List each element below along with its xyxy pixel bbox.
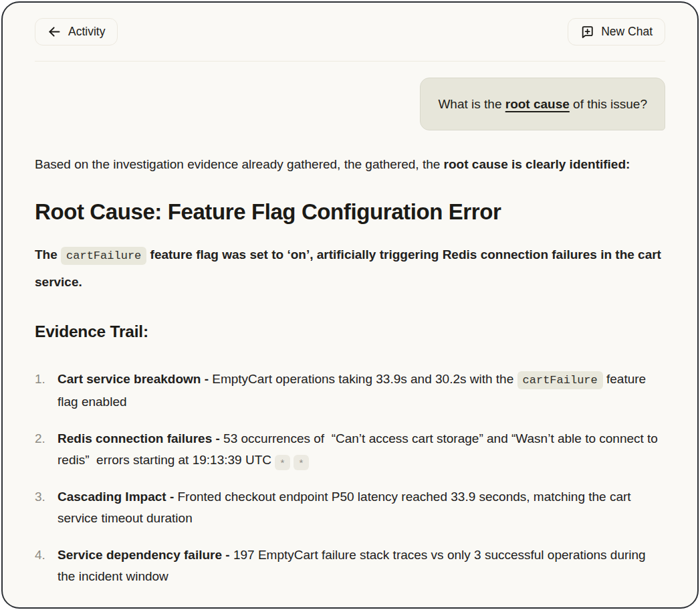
list-item-cascading-impact: 3. Cascading Impact - Fronted checkout e…	[35, 486, 665, 528]
citation-chip[interactable]: *	[275, 455, 290, 470]
list-item-body: Cascading Impact - Fronted checkout endp…	[57, 486, 665, 528]
activity-back-label: Activity	[68, 25, 105, 39]
user-message-emphasis: root cause	[505, 97, 570, 111]
cart-failure-code-chip: cartFailure	[517, 371, 603, 389]
user-message-bubble: What is the root cause of this issue?	[420, 78, 665, 130]
list-item-lead: Service dependency failure -	[57, 548, 230, 562]
user-message-prefix: What is the	[438, 97, 505, 111]
list-item-number: 4.	[35, 544, 57, 587]
list-item-lead: Cascading Impact -	[57, 490, 174, 504]
intro-bold-text: root cause is clearly identified:	[444, 157, 630, 171]
list-item-body: Redis connection failures - 53 occurrenc…	[57, 428, 665, 470]
assistant-message: Based on the investigation evidence alre…	[3, 151, 697, 587]
activity-back-button[interactable]: Activity	[35, 18, 118, 45]
citation-chip[interactable]: *	[294, 455, 309, 470]
summary-pre-text: The	[35, 247, 61, 262]
list-item-service-dependency-failure: 4. Service dependency failure - 197 Empt…	[35, 544, 665, 587]
new-chat-bubble-plus-icon	[580, 25, 594, 39]
list-item-number: 3.	[35, 486, 57, 528]
root-cause-heading: Root Cause: Feature Flag Configuration E…	[35, 199, 665, 225]
list-item-cart-service-breakdown: 1. Cart service breakdown - EmptyCart op…	[35, 369, 665, 412]
chat-window: Activity New Chat What is the root cause…	[1, 1, 699, 609]
list-item-body: Service dependency failure - 197 EmptyCa…	[57, 544, 665, 587]
user-message-row: What is the root cause of this issue?	[3, 62, 697, 130]
intro-normal-text: Based on the investigation evidence alre…	[35, 157, 444, 171]
user-message-suffix: of this issue?	[570, 97, 647, 111]
cart-failure-code-chip: cartFailure	[61, 247, 146, 265]
new-chat-label: New Chat	[601, 25, 653, 39]
list-item-number: 1.	[35, 369, 57, 412]
list-item-redis-connection-failures: 2. Redis connection failures - 53 occurr…	[35, 428, 665, 470]
intro-paragraph: Based on the investigation evidence alre…	[35, 151, 650, 177]
new-chat-button[interactable]: New Chat	[568, 18, 665, 45]
arrow-left-icon	[47, 25, 62, 39]
evidence-trail-heading: Evidence Trail:	[35, 322, 665, 341]
list-item-text: EmptyCart operations taking 33.9s and 30…	[209, 372, 517, 386]
list-item-lead: Cart service breakdown -	[57, 372, 209, 386]
list-item-body: Cart service breakdown - EmptyCart opera…	[57, 369, 665, 412]
summary-paragraph: The cartFailure feature flag was set to …	[35, 241, 663, 295]
header-bar: Activity New Chat	[3, 3, 697, 45]
list-item-lead: Redis connection failures -	[57, 431, 220, 445]
list-item-number: 2.	[35, 428, 57, 470]
evidence-list: 1. Cart service breakdown - EmptyCart op…	[35, 369, 665, 587]
